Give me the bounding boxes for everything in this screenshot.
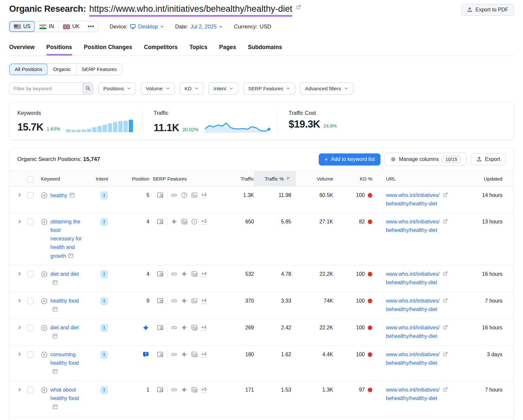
- url-link[interactable]: behealthy/healthy-diet: [386, 395, 437, 401]
- external-link-icon[interactable]: [443, 351, 448, 357]
- add-keyword-plus-circle-icon[interactable]: [41, 298, 48, 314]
- keyword-link[interactable]: healthy: [50, 193, 67, 198]
- more-features-link[interactable]: +4: [201, 324, 207, 331]
- serp-snapshot-icon[interactable]: [52, 404, 58, 410]
- segment-all-positions[interactable]: All Positions: [9, 64, 47, 75]
- url-link[interactable]: www.who.int/initiatives/: [386, 271, 440, 277]
- external-link-icon[interactable]: [443, 219, 448, 224]
- serp-preview-icon[interactable]: [157, 386, 164, 393]
- filter-dropdown-intent[interactable]: Intent: [209, 82, 238, 95]
- expand-row-chevron-icon[interactable]: [17, 298, 22, 303]
- filter-dropdown-kd[interactable]: KD: [180, 82, 204, 95]
- url-link[interactable]: www.who.int/initiatives/: [386, 352, 440, 357]
- serp-snapshot-icon[interactable]: [52, 368, 58, 375]
- column-header-updated[interactable]: Updated: [449, 171, 506, 186]
- url-link[interactable]: www.who.int/initiatives/: [386, 192, 440, 198]
- url-link[interactable]: www.who.int/initiatives/: [386, 325, 440, 330]
- expand-row-chevron-icon[interactable]: [17, 219, 22, 224]
- expand-row-chevron-icon[interactable]: [17, 387, 22, 392]
- serp-preview-icon[interactable]: [157, 324, 164, 331]
- search-button[interactable]: [83, 83, 93, 94]
- url-link[interactable]: behealthy/healthy-diet: [386, 227, 437, 233]
- url-link[interactable]: behealthy/healthy-diet: [386, 360, 437, 366]
- keyword-link[interactable]: what about healthy food: [50, 387, 79, 401]
- tab-pages[interactable]: Pages: [219, 41, 236, 55]
- more-features-link[interactable]: +5: [201, 386, 207, 393]
- keyword-filter-input[interactable]: [9, 83, 83, 94]
- tab-subdomains[interactable]: Subdomains: [248, 41, 282, 55]
- expand-row-chevron-icon[interactable]: [17, 271, 22, 276]
- external-link-icon[interactable]: [296, 4, 301, 10]
- column-header-position[interactable]: Position: [114, 171, 153, 186]
- serp-snapshot-icon[interactable]: [69, 192, 75, 198]
- external-link-icon[interactable]: [443, 192, 448, 198]
- serp-preview-icon[interactable]: [157, 191, 164, 199]
- filter-dropdown-volume[interactable]: Volume: [141, 82, 175, 95]
- url-link[interactable]: behealthy/healthy-diet: [386, 333, 437, 339]
- keyword-link[interactable]: consuming healthy food: [50, 352, 79, 366]
- export-button[interactable]: Export: [471, 153, 506, 165]
- more-features-link[interactable]: +4: [201, 192, 207, 198]
- add-to-keyword-list-button[interactable]: + Add to keyword list: [319, 153, 380, 166]
- serp-snapshot-icon[interactable]: [52, 306, 58, 312]
- more-countries-button[interactable]: •••: [84, 21, 98, 32]
- segment-serp-features[interactable]: SERP Features: [76, 64, 122, 75]
- url-link[interactable]: www.who.int/initiatives/: [386, 387, 440, 393]
- url-link[interactable]: behealthy/healthy-diet: [386, 280, 437, 285]
- expand-row-chevron-icon[interactable]: [17, 352, 22, 357]
- select-all-checkbox[interactable]: [27, 176, 34, 183]
- filter-dropdown-advanced-filters[interactable]: Advanced filters: [300, 82, 353, 95]
- keyword-link[interactable]: diet and diet: [50, 325, 79, 330]
- url-link[interactable]: www.who.int/initiatives/: [386, 219, 440, 224]
- add-keyword-plus-circle-icon[interactable]: [41, 324, 48, 341]
- external-link-icon[interactable]: [443, 324, 448, 330]
- column-header-traffic[interactable]: Traffic %: [254, 171, 296, 186]
- external-link-icon[interactable]: [443, 387, 448, 392]
- url-link[interactable]: behealthy/healthy-diet: [386, 306, 437, 312]
- more-features-link[interactable]: +4: [201, 351, 207, 358]
- row-checkbox[interactable]: [27, 298, 34, 304]
- serp-preview-icon[interactable]: [157, 351, 164, 358]
- add-keyword-plus-circle-icon[interactable]: [41, 351, 48, 376]
- row-checkbox[interactable]: [27, 351, 34, 358]
- more-features-link[interactable]: +3: [201, 218, 207, 225]
- column-header-serp-features[interactable]: SERP Features: [153, 171, 221, 186]
- more-features-link[interactable]: +4: [201, 271, 207, 277]
- url-link[interactable]: behealthy/healthy-diet: [386, 201, 437, 206]
- keyword-link[interactable]: diet and diet: [50, 271, 79, 277]
- column-header-kd[interactable]: KD %: [333, 171, 372, 186]
- row-checkbox[interactable]: [27, 324, 34, 331]
- export-to-pdf-button[interactable]: Export to PDF: [461, 4, 514, 16]
- row-checkbox[interactable]: [27, 192, 34, 199]
- country-tab-us[interactable]: US: [9, 21, 35, 32]
- date-selector[interactable]: Date: Jul 2, 2025: [175, 24, 223, 30]
- column-header-url[interactable]: URL: [372, 171, 449, 186]
- add-keyword-plus-circle-icon[interactable]: [41, 192, 48, 200]
- filter-dropdown-serp-features[interactable]: SERP Features: [243, 82, 295, 95]
- url-link[interactable]: www.who.int/initiatives/: [386, 298, 440, 304]
- tab-topics[interactable]: Topics: [189, 41, 207, 55]
- add-keyword-plus-circle-icon[interactable]: [41, 219, 48, 260]
- tab-overview[interactable]: Overview: [9, 41, 35, 55]
- segment-organic[interactable]: Organic: [47, 64, 76, 75]
- country-tab-in[interactable]: IN: [35, 21, 58, 32]
- manage-columns-button[interactable]: Manage columns 10/15: [385, 153, 466, 166]
- keyword-link[interactable]: healthy food: [50, 298, 79, 304]
- expand-row-chevron-icon[interactable]: [17, 325, 22, 330]
- column-header-keyword[interactable]: Keyword: [41, 171, 96, 186]
- device-selector[interactable]: Device: Desktop: [110, 24, 164, 30]
- column-header-intent[interactable]: Intent: [96, 171, 114, 186]
- serp-preview-icon[interactable]: [157, 270, 164, 277]
- serp-preview-icon[interactable]: [157, 218, 164, 225]
- column-header-traffic[interactable]: Traffic: [221, 171, 254, 186]
- tab-competitors[interactable]: Competitors: [144, 41, 177, 55]
- country-tab-uk[interactable]: UK: [58, 21, 84, 32]
- add-keyword-plus-circle-icon[interactable]: [41, 271, 48, 287]
- row-checkbox[interactable]: [27, 387, 34, 393]
- external-link-icon[interactable]: [443, 271, 448, 276]
- serp-snapshot-icon[interactable]: [52, 333, 58, 339]
- column-header-volume[interactable]: Volume: [296, 171, 333, 186]
- add-keyword-plus-circle-icon[interactable]: [41, 387, 48, 411]
- row-checkbox[interactable]: [27, 219, 34, 225]
- analyzed-url-link[interactable]: https://www.who.int/initiatives/behealth…: [89, 4, 292, 17]
